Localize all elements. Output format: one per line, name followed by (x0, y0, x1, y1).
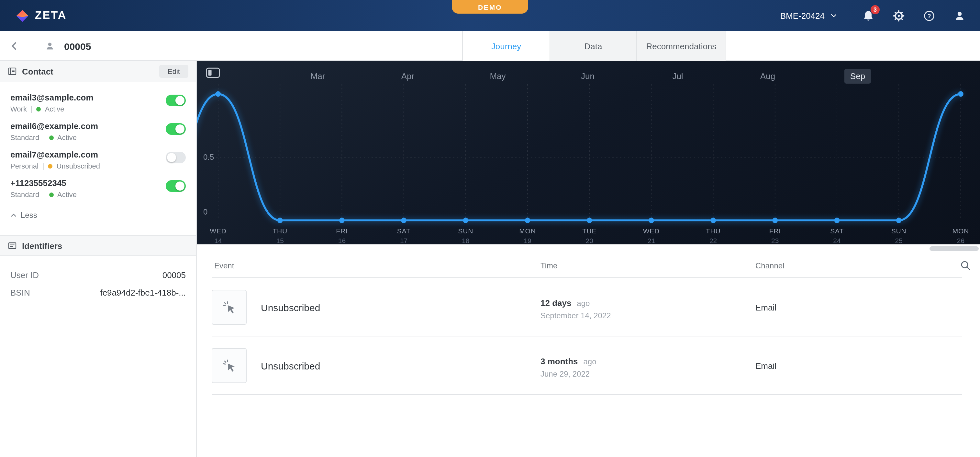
contact-type: Work (10, 105, 27, 113)
record-header: 00005 Journey Data Recommendations (0, 31, 980, 61)
identifier-value: fe9a94d2-fbe1-418b-... (100, 288, 186, 297)
event-time: 12 days ago September 14, 2022 (541, 297, 611, 320)
event-channel: Email (756, 303, 776, 312)
month-label[interactable]: Sep (845, 69, 871, 84)
contact-value: email3@sample.com (10, 93, 186, 103)
contact-status: Active (57, 190, 77, 198)
svg-text:FRI: FRI (336, 227, 348, 235)
search-icon (960, 260, 971, 271)
svg-text:MON: MON (953, 227, 969, 235)
identifiers-section-title: Identifiers (22, 241, 62, 251)
svg-text:FRI: FRI (769, 227, 781, 235)
chevron-down-icon (830, 12, 838, 19)
contact-type: Standard (10, 190, 39, 198)
month-label[interactable]: Apr (396, 69, 420, 84)
contact-list: email3@sample.com Work | Active email6@e… (0, 82, 196, 203)
event-row[interactable]: Unsubscribed 12 days ago September 14, 2… (197, 278, 980, 336)
events-table: Event Time Channel Unsubscribed (197, 253, 980, 395)
svg-text:SUN: SUN (458, 227, 473, 235)
status-dot (49, 192, 53, 197)
svg-text:0: 0 (203, 208, 207, 216)
contact-toggle[interactable] (166, 95, 186, 106)
event-icon-box (212, 290, 247, 325)
record-id: 00005 (64, 41, 91, 52)
help-button[interactable]: ? (923, 9, 935, 22)
column-time: Time (541, 261, 557, 270)
gear-icon (892, 10, 905, 22)
demo-badge[interactable]: DEMO (452, 0, 528, 14)
svg-text:26: 26 (957, 237, 964, 244)
column-event: Event (214, 261, 234, 270)
zeta-brand[interactable]: ZETA (0, 9, 67, 22)
collapse-contacts-button[interactable]: Less (0, 203, 196, 227)
profile-button[interactable] (953, 9, 966, 22)
svg-text:SUN: SUN (891, 227, 907, 235)
event-time-relative: 3 months (541, 356, 578, 366)
notification-badge: 3 (870, 5, 880, 14)
svg-text:15: 15 (277, 237, 284, 244)
contact-value: email6@example.com (10, 121, 186, 132)
event-channel: Email (756, 361, 776, 371)
identifier-row: BSIN fe9a94d2-fbe1-418b-... (10, 288, 186, 297)
contact-value: +11235552345 (10, 178, 186, 189)
month-label[interactable]: Jun (575, 69, 600, 84)
contact-toggle[interactable] (166, 180, 186, 192)
svg-text:19: 19 (523, 237, 531, 244)
tab-journey[interactable]: Journey (462, 31, 550, 61)
month-label[interactable]: Aug (754, 69, 781, 84)
identifier-list: User ID 00005 BSIN fe9a94d2-fbe1-418b-..… (0, 256, 196, 297)
notifications-button[interactable]: 3 (862, 9, 875, 22)
contact-item: email3@sample.com Work | Active (10, 89, 186, 117)
person-icon (953, 10, 966, 22)
settings-button[interactable] (892, 9, 905, 22)
toggle-knob (175, 96, 185, 105)
svg-text:17: 17 (400, 237, 407, 244)
tab-recommendations[interactable]: Recommendations (636, 31, 726, 61)
event-row[interactable]: Unsubscribed 3 months ago June 29, 2022 … (197, 336, 980, 395)
app-root: ZETA DEMO BME-20424 3 (0, 0, 980, 457)
contact-type: Personal (10, 162, 38, 170)
contact-type: Standard (10, 134, 39, 141)
event-name: Unsubscribed (261, 360, 320, 371)
search-events-button[interactable] (960, 260, 971, 271)
svg-text:SAT: SAT (397, 227, 411, 235)
contact-section-header: Contact Edit (0, 61, 196, 82)
month-label[interactable]: May (484, 69, 511, 84)
month-label[interactable]: Jul (667, 69, 689, 84)
svg-text:23: 23 (771, 237, 779, 244)
identifier-value: 00005 (162, 270, 186, 280)
record-tabs: Journey Data Recommendations (462, 31, 726, 61)
back-button[interactable] (9, 41, 19, 51)
record-person-icon (45, 42, 54, 51)
chart-scrollbar[interactable] (929, 246, 979, 251)
tab-data[interactable]: Data (550, 31, 636, 61)
svg-text:SAT: SAT (830, 227, 844, 235)
events-table-header: Event Time Channel (197, 253, 980, 278)
profile-sidebar: Contact Edit email3@sample.com Work | Ac… (0, 61, 197, 457)
chart-scroll-track (197, 244, 980, 253)
contact-toggle[interactable] (166, 152, 186, 163)
identifier-label: BSIN (10, 288, 30, 297)
contact-item: +11235552345 Standard | Active (10, 174, 186, 203)
svg-text:THU: THU (706, 227, 721, 235)
month-label[interactable]: Mar (305, 69, 331, 84)
contact-section-title: Contact (22, 66, 53, 76)
event-time-suffix: ago (577, 299, 590, 308)
account-label: BME-20424 (780, 11, 825, 21)
status-dot (49, 135, 53, 140)
contact-toggle[interactable] (166, 123, 186, 135)
id-card-icon (8, 241, 17, 250)
top-navigation-bar: ZETA DEMO BME-20424 3 (0, 0, 980, 31)
zeta-logo-icon (16, 9, 29, 22)
contact-status: Active (57, 134, 77, 141)
svg-text:24: 24 (833, 237, 841, 244)
contact-item: email7@example.com Personal | Unsubscrib… (10, 146, 186, 174)
edit-contact-button[interactable]: Edit (159, 65, 188, 78)
account-selector[interactable]: BME-20424 (780, 11, 838, 21)
chevron-left-icon (9, 41, 19, 51)
svg-text:21: 21 (648, 237, 655, 244)
identifiers-section-header: Identifiers (0, 235, 196, 256)
brand-name: ZETA (35, 9, 67, 22)
svg-text:WED: WED (210, 227, 226, 235)
event-date: June 29, 2022 (541, 369, 597, 379)
